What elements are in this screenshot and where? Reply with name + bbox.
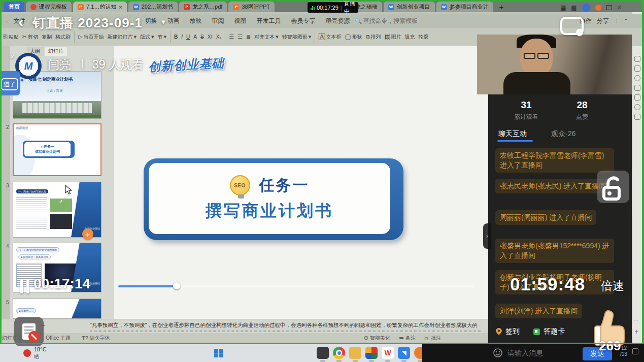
tab-doc-1[interactable]: 课程完模板 — [26, 2, 72, 12]
command-search-input[interactable]: 查找命令，搜索模板 — [363, 17, 418, 25]
tab-doc-3[interactable]: W 202…策划书 — [128, 2, 178, 12]
beautify-button[interactable]: 智能美化 — [370, 335, 390, 342]
notification-blocked-icon[interactable] — [14, 317, 44, 346]
notes-toggle-button[interactable]: 备注 — [405, 335, 416, 342]
comment-mini-icon[interactable] — [632, 348, 638, 354]
tab-doc-7[interactable]: W 创新创业项目 — [384, 2, 435, 12]
menu-transition[interactable]: 切换 — [145, 17, 157, 25]
unlock-icon[interactable] — [597, 171, 629, 203]
book-pane-icon[interactable] — [634, 114, 640, 120]
share-button[interactable]: 分享 — [597, 17, 609, 25]
chrome-icon[interactable] — [333, 347, 345, 359]
chat-collapse-handle[interactable]: › — [483, 223, 491, 249]
user-avatar[interactable] — [582, 4, 590, 12]
layout-pane-icon[interactable] — [634, 85, 640, 91]
strike-button[interactable]: S — [200, 34, 204, 40]
back-button[interactable]: ‹ — [18, 13, 23, 30]
tab-slides[interactable]: 幻灯片 — [45, 47, 67, 56]
shape-button[interactable]: ◯形状 — [345, 34, 362, 41]
section-button[interactable]: 节▾ — [158, 34, 167, 41]
quiz-card-button[interactable]: 答题卡 — [533, 327, 565, 336]
photos-icon[interactable] — [365, 347, 378, 359]
more-icon[interactable]: ⋮ — [614, 18, 620, 24]
paste-button[interactable]: ⎘ 粘贴 — [3, 34, 19, 41]
progress-bar[interactable] — [118, 285, 473, 287]
new-tab-button[interactable]: + — [495, 2, 509, 12]
settings-slider-icon[interactable] — [634, 65, 640, 72]
close-window-button[interactable]: × — [617, 3, 622, 12]
shape-pane-icon[interactable] — [634, 104, 640, 110]
play-from-current-button[interactable]: ▷ 当页开始 — [78, 34, 104, 41]
file-explorer-icon[interactable] — [349, 347, 361, 359]
comment-button[interactable]: 批注 — [431, 335, 441, 342]
missing-font-label[interactable]: 缺失字体 — [90, 335, 110, 342]
copy-button[interactable]: 复制 — [42, 34, 52, 41]
signin-button[interactable]: 签到 — [495, 327, 520, 336]
subscript-button[interactable]: X₂ — [216, 34, 222, 40]
bullet-list-icon[interactable]: ≣ — [246, 34, 251, 40]
notepad-icon[interactable] — [317, 347, 329, 359]
smart-graphic-button[interactable]: 转智能图形▾ — [282, 34, 312, 41]
menu-slideshow[interactable]: 放映 — [189, 17, 201, 25]
progress-handle[interactable] — [173, 282, 180, 289]
outline-button[interactable]: 轮廓 — [419, 34, 429, 41]
align-left-icon[interactable]: ☰ — [229, 34, 234, 40]
add-slide-float-button[interactable]: + — [82, 228, 93, 240]
hamburger-icon[interactable]: ≡ — [5, 18, 8, 24]
textbox-button[interactable]: 🄰文本框 — [319, 34, 341, 41]
picture-button[interactable]: 🖼图片 — [385, 34, 401, 41]
underline-button[interactable]: U — [186, 34, 190, 40]
italic-button[interactable]: I — [181, 34, 183, 40]
menu-animation[interactable]: 动画 — [167, 17, 179, 25]
slide-thumbnail-5[interactable]: 1.有趣的…… — [13, 299, 101, 319]
tab-home[interactable]: 首页 — [4, 2, 24, 12]
cut-button[interactable]: ✂ 剪切 — [22, 34, 38, 41]
pause-button[interactable] — [20, 280, 30, 293]
layout-button[interactable]: 版式▾ — [140, 34, 154, 41]
tab-close-icon[interactable]: × — [119, 4, 122, 10]
wps-icon[interactable]: W — [382, 347, 394, 359]
align-text-button[interactable]: 对齐文本▾ — [254, 34, 279, 41]
new-slide-button[interactable]: 新建幻灯片▾ — [108, 34, 137, 41]
menu-member[interactable]: 会员专享 — [291, 17, 315, 25]
weather-widget[interactable]: 18°C 晴 — [23, 346, 47, 359]
restore-window-button[interactable] — [606, 5, 612, 10]
font-color-button[interactable]: A — [193, 34, 197, 40]
popup-close-icon[interactable]: × — [10, 53, 14, 61]
live-status-badge[interactable]: 00:17:29 | 直播中 — [308, 2, 358, 13]
effects-star-icon[interactable] — [634, 75, 640, 81]
tab-doc-5[interactable]: P 38网评PPT — [228, 2, 275, 12]
tab-doc-2-active[interactable]: P 7.1…的认知 × — [73, 2, 127, 12]
menu-devtools[interactable]: 开发工具 — [256, 17, 281, 25]
tab-audience[interactable]: 观众·26 — [551, 129, 575, 139]
tab-doc-4[interactable]: P 龙之系…pdf — [179, 2, 227, 12]
sidebar-add-icon[interactable]: + — [634, 327, 638, 336]
arrange-button[interactable]: ⧉排列 — [366, 34, 381, 41]
tab-doc-8[interactable]: W 参赛项目商业计 — [436, 2, 493, 12]
menu-view[interactable]: 视图 — [234, 17, 246, 25]
menu-review[interactable]: 审阅 — [212, 17, 224, 25]
title-caret-icon[interactable]: ▾ — [161, 17, 165, 26]
align-center-icon[interactable]: ☲ — [238, 34, 243, 40]
image-pane-icon[interactable] — [634, 94, 640, 101]
screenshot-icon[interactable] — [560, 17, 584, 35]
playback-speed-button[interactable]: 倍速 — [601, 278, 624, 294]
start-button[interactable] — [214, 349, 223, 357]
presenter-video[interactable] — [477, 35, 632, 94]
layout-grid-icon[interactable]: ▦ — [560, 4, 566, 11]
sidebar-more-icon[interactable]: ⋯ — [634, 317, 639, 323]
bold-button[interactable]: B — [174, 34, 178, 40]
emoji-icon[interactable] — [493, 348, 502, 357]
pane-close-button[interactable]: × — [608, 76, 613, 85]
collapse-ribbon-icon[interactable]: ⌃ — [624, 18, 628, 24]
got-it-button[interactable]: 道了 — [1, 78, 18, 90]
dingtalk-icon[interactable]: ◥ — [398, 347, 410, 359]
slide-thumbnail-2-selected[interactable]: 创新创业 ● 任务一 撰写商业计划书 — [13, 123, 101, 176]
menu-docer[interactable]: 稻壳资源 — [325, 17, 350, 25]
hand-tool-icon[interactable] — [634, 56, 640, 62]
apps-grid-icon[interactable]: ▩ — [571, 4, 577, 11]
superscript-button[interactable]: X² — [208, 34, 213, 40]
format-painter-button[interactable]: 格式刷 — [55, 34, 71, 41]
theme-label[interactable]: Office 主题 — [46, 335, 71, 342]
tab-chat[interactable]: 聊天互动 — [498, 129, 527, 139]
